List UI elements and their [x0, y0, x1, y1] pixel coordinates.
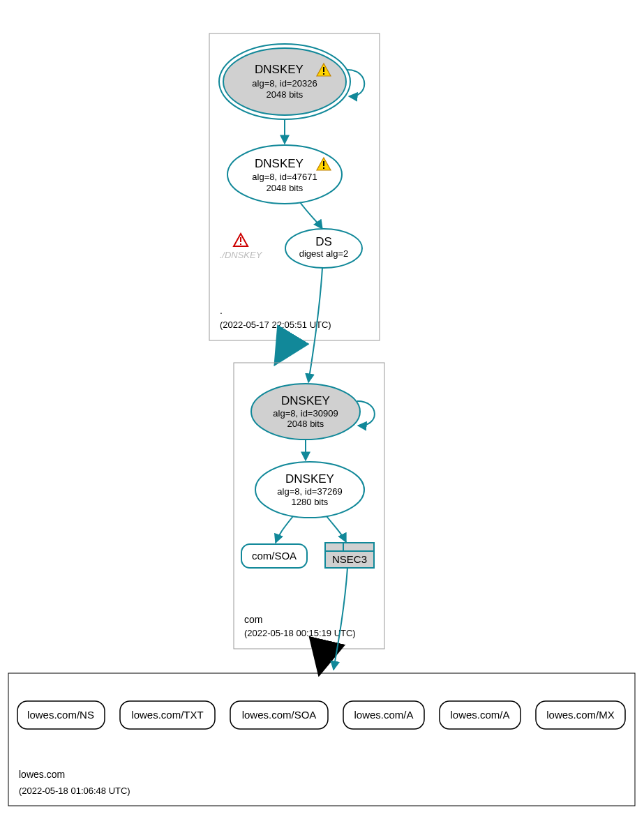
root-ghost-dnskey: ./DNSKEY: [220, 234, 263, 260]
error-icon: [234, 234, 248, 246]
svg-text:2048 bits: 2048 bits: [267, 89, 304, 100]
svg-rect-13: [323, 167, 324, 169]
svg-text:lowes.com/MX: lowes.com/MX: [546, 709, 615, 721]
com-ksk: DNSKEY alg=8, id=30909 2048 bits: [251, 384, 360, 439]
svg-text:lowes.com/SOA: lowes.com/SOA: [242, 709, 317, 721]
zone-lowes: lowes.com (2022-05-18 01:06:48 UTC) lowe…: [8, 673, 635, 806]
com-soa: com/SOA: [241, 544, 307, 568]
svg-text:1280 bits: 1280 bits: [292, 497, 329, 507]
svg-rect-6: [323, 67, 324, 72]
svg-text:alg=8, id=47671: alg=8, id=47671: [252, 172, 317, 182]
lowes-record-ns: lowes.com/NS: [17, 701, 105, 729]
edge-nsec3-to-lowes: [334, 568, 347, 670]
svg-text:alg=8, id=37269: alg=8, id=37269: [277, 486, 342, 497]
com-zsk: DNSKEY alg=8, id=37269 1280 bits: [255, 462, 364, 518]
lowes-record-soa: lowes.com/SOA: [230, 701, 328, 729]
zone-root-label: .: [220, 305, 223, 316]
lowes-record-a-1: lowes.com/A: [343, 701, 424, 729]
svg-text:alg=8, id=20326: alg=8, id=20326: [252, 78, 317, 89]
edge-root-zsk-ds: [300, 202, 322, 229]
svg-text:NSEC3: NSEC3: [332, 553, 367, 565]
svg-rect-7: [323, 73, 324, 75]
edge-zone-com-to-lowes-black: [320, 649, 325, 670]
svg-text:com/SOA: com/SOA: [252, 550, 297, 562]
root-zsk: DNSKEY alg=8, id=47671 2048 bits: [227, 145, 342, 204]
svg-text:DNSKEY: DNSKEY: [281, 394, 330, 407]
svg-text:lowes.com/A: lowes.com/A: [450, 709, 509, 721]
zone-com-label: com: [244, 614, 262, 625]
root-ds: DS digest alg=2: [285, 229, 362, 268]
zone-lowes-timestamp: (2022-05-18 01:06:48 UTC): [19, 786, 130, 796]
svg-text:lowes.com/A: lowes.com/A: [354, 709, 413, 721]
svg-text:DNSKEY: DNSKEY: [285, 472, 334, 486]
svg-text:lowes.com/TXT: lowes.com/TXT: [131, 709, 203, 721]
svg-text:2048 bits: 2048 bits: [287, 419, 324, 429]
svg-rect-31: [325, 543, 374, 551]
zone-root-timestamp: (2022-05-17 22:05:51 UTC): [220, 320, 331, 330]
lowes-record-a-2: lowes.com/A: [440, 701, 521, 729]
zone-com: com (2022-05-18 00:15:19 UTC) DNSKEY alg…: [234, 363, 384, 649]
svg-rect-12: [323, 161, 324, 166]
lowes-record-txt: lowes.com/TXT: [120, 701, 215, 729]
svg-text:2048 bits: 2048 bits: [267, 183, 304, 193]
svg-rect-15: [240, 243, 241, 245]
svg-text:DNSKEY: DNSKEY: [255, 157, 304, 170]
edge-com-zsk-nsec3: [327, 516, 346, 542]
svg-text:alg=8, id=30909: alg=8, id=30909: [273, 408, 338, 419]
com-nsec3: NSEC3: [325, 543, 374, 568]
svg-text:digest alg=2: digest alg=2: [299, 248, 348, 259]
zone-lowes-label: lowes.com: [19, 769, 65, 780]
svg-text:DS: DS: [315, 235, 332, 248]
svg-text:lowes.com/NS: lowes.com/NS: [27, 709, 94, 721]
svg-text:DNSKEY: DNSKEY: [255, 63, 304, 76]
dnssec-diagram: . (2022-05-17 22:05:51 UTC) DNSKEY alg=8…: [0, 0, 644, 819]
root-ksk: DNSKEY alg=8, id=20326 2048 bits: [219, 44, 350, 119]
svg-text:./DNSKEY: ./DNSKEY: [220, 250, 263, 260]
edge-zone-root-to-com: [278, 340, 290, 360]
zone-root: . (2022-05-17 22:05:51 UTC) DNSKEY alg=8…: [209, 33, 380, 340]
svg-rect-14: [240, 237, 241, 242]
lowes-record-mx: lowes.com/MX: [536, 701, 625, 729]
edge-com-zsk-soa: [276, 516, 293, 543]
